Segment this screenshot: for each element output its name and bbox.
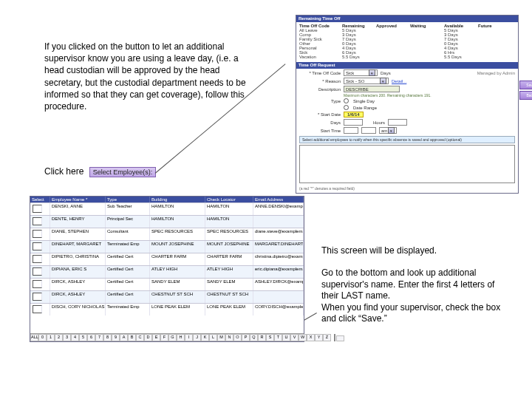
label-type: Type [299, 99, 341, 103]
alpha-filter-R[interactable]: R [258, 334, 266, 341]
table-row: DENSKI, ANNESub TeacherHAMILTONHAMILTONA… [30, 202, 304, 215]
label-start-date: * Start Date [299, 112, 341, 117]
row-select-checkbox[interactable] [33, 217, 42, 225]
alpha-filter-Y[interactable]: Y [315, 334, 323, 341]
alpha-filter-3[interactable]: 3 [63, 334, 71, 341]
required-footnote: (a red “*” denotes a required field) [296, 185, 518, 192]
alpha-filter-X[interactable]: X [307, 334, 315, 341]
alpha-filter-row: ALL0123456789ABCDEFGHIJKLMNOPQRSTUVWXYZ [30, 333, 304, 341]
detail-link[interactable]: Detail... [392, 79, 406, 83]
alpha-filter-ALL[interactable]: ALL [30, 334, 38, 341]
notify-listbox[interactable] [299, 145, 515, 183]
alpha-filter-1[interactable]: 1 [47, 334, 55, 341]
select-ampm[interactable]: am▾ [379, 127, 397, 134]
table-row: DISCH, CORY NICHOLASTerminated EmpLONE P… [30, 303, 304, 316]
alpha-filter-G[interactable]: G [168, 334, 177, 341]
row-select-checkbox[interactable] [33, 293, 42, 301]
click-here-text: Click here [44, 166, 83, 177]
alpha-filter-6[interactable]: 6 [87, 334, 95, 341]
alpha-filter-E[interactable]: E [152, 334, 160, 341]
alpha-filter-P[interactable]: P [242, 334, 250, 341]
row-select-checkbox[interactable] [33, 280, 42, 288]
alpha-filter-L[interactable]: L [209, 334, 217, 341]
employee-table: Select Employee Name * Type Building Che… [30, 196, 304, 342]
instruction-caption-2: This screen will be displayed. [321, 245, 437, 256]
table-row: DIRCK, ASHLEYCertified CertCHESTNUT ST S… [30, 290, 304, 303]
table-row: DENTE, HENRYPrincipal SecHAMILTONHAMILTO… [30, 215, 304, 228]
select-employees-button-sample: Select Employee(s): [89, 167, 157, 177]
row-select-checkbox[interactable] [33, 305, 42, 313]
chevron-down-icon: ▾ [388, 127, 395, 134]
label-start-time: Start Time [299, 129, 341, 133]
table-row: DIPIETRO, CHRISTINACertified CertCHARTER… [30, 253, 304, 265]
input-description[interactable]: DESCRIBE [344, 86, 400, 92]
row-select-checkbox[interactable] [33, 230, 42, 238]
radio-single-day[interactable] [344, 98, 349, 103]
alpha-filter-0[interactable]: 0 [38, 334, 47, 341]
row-select-checkbox[interactable] [33, 205, 42, 213]
alpha-filter-S[interactable]: S [266, 334, 274, 341]
row-select-checkbox[interactable] [33, 242, 42, 250]
alpha-filter-I[interactable]: I [185, 334, 193, 341]
instruction-paragraph-3: Go to the bottom and look up additional … [321, 267, 506, 325]
alpha-filter-H[interactable]: H [177, 334, 185, 341]
alpha-filter-V[interactable]: V [290, 334, 299, 341]
search-lastname-input[interactable] [334, 334, 335, 341]
alpha-filter-N[interactable]: N [225, 334, 233, 341]
input-hour[interactable] [344, 127, 358, 134]
label-description: Description [299, 87, 341, 92]
input-start-date[interactable]: 1/6/14 [344, 112, 364, 117]
input-min[interactable] [361, 127, 376, 134]
notify-note: Select additional employees to notify wh… [299, 136, 515, 143]
radio-date-range[interactable] [344, 105, 349, 110]
select-timeoff-code[interactable]: Sick▾ [344, 69, 378, 76]
chevron-down-icon: ▾ [380, 78, 386, 84]
table-row: DIRCK, ASHLEYCertified CertSANDY ELEMSAN… [30, 278, 304, 290]
alpha-filter-4[interactable]: 4 [71, 334, 79, 341]
select-reason[interactable]: Sick - SO▾ [344, 78, 389, 84]
label-code: * Time Off Code [299, 71, 341, 75]
alpha-filter-O[interactable]: O [233, 334, 242, 341]
input-hours[interactable] [388, 119, 407, 126]
alpha-filter-W[interactable]: W [299, 334, 307, 341]
timeoff-form-panel: Remaining Time Off Time Off Code Remaini… [296, 15, 519, 194]
alpha-filter-B[interactable]: B [128, 334, 136, 341]
row-select-checkbox[interactable] [33, 267, 42, 276]
alpha-filter-Q[interactable]: Q [250, 334, 258, 341]
alpha-filter-5[interactable]: 5 [79, 334, 87, 341]
employee-table-header: Select Employee Name * Type Building Che… [30, 197, 304, 202]
table-row: DIANE, STEPHENConsultantSPEC RESOURCESSP… [30, 228, 304, 240]
alpha-filter-A[interactable]: A [120, 334, 128, 341]
form-titlebar-request: Time Off Request [296, 62, 518, 69]
alpha-filter-9[interactable]: 9 [112, 334, 120, 341]
table-row: DINEHART, MARGARETTerminated EmpMOUNT JO… [30, 240, 304, 253]
alpha-filter-T[interactable]: T [274, 334, 282, 341]
text-cursor-icon [336, 335, 344, 341]
alpha-filter-U[interactable]: U [282, 334, 290, 341]
alpha-filter-J[interactable]: J [193, 334, 201, 341]
alpha-filter-F[interactable]: F [160, 334, 168, 341]
alpha-filter-D[interactable]: D [144, 334, 152, 341]
save-button[interactable]: Save [519, 81, 532, 89]
remaining-grid-row: Vacation5.5 Days5.5 Days [299, 55, 515, 59]
row-select-checkbox[interactable] [33, 255, 42, 263]
remaining-grid: Time Off Code Remaining Approved Waiting… [296, 22, 518, 61]
back-button[interactable]: Back [519, 91, 532, 100]
alpha-filter-C[interactable]: C [136, 334, 144, 341]
table-row: DIPIANA, ERIC SCertified CertATLEY HIGHA… [30, 265, 304, 278]
alpha-filter-M[interactable]: M [217, 334, 225, 341]
alpha-filter-8[interactable]: 8 [103, 334, 112, 341]
input-days[interactable] [344, 119, 363, 126]
chevron-down-icon: ▾ [369, 69, 375, 76]
alpha-filter-Z[interactable]: Z [323, 334, 331, 341]
label-hours: Hours [366, 120, 385, 125]
label-days: Days [299, 120, 341, 125]
alpha-filter-7[interactable]: 7 [95, 334, 103, 341]
form-titlebar-remaining: Remaining Time Off [296, 16, 518, 22]
alpha-filter-K[interactable]: K [201, 334, 209, 341]
alpha-filter-2[interactable]: 2 [55, 334, 63, 341]
click-here-line: Click here Select Employee(s): [44, 166, 156, 177]
label-reason: * Reason [299, 79, 341, 83]
instruction-paragraph-1: If you clicked on the button to let an a… [44, 41, 259, 112]
